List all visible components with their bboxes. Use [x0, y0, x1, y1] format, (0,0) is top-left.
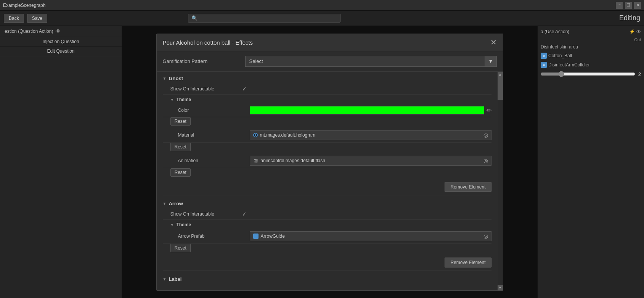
ghost-material-target-btn[interactable]: ◎ [483, 132, 488, 138]
ghost-remove-btn[interactable]: Remove Element [445, 182, 491, 192]
slider-value: 2 [638, 71, 641, 77]
gamification-label: Gamification Pattern [163, 58, 239, 64]
arrow-show-on-interactable-label: Show On Interactable [170, 211, 239, 217]
ghost-material-value: mt.mages.default.hologram ◎ [250, 130, 491, 140]
node-item-question[interactable]: estion (Question Action) 👁 [0, 26, 122, 37]
arrow-theme-header[interactable]: ▼ Theme [163, 220, 491, 229]
gamification-select-container: Select ▼ [245, 56, 497, 67]
effects-modal: Pour Alcohol on cotton ball - Effects ✕ … [156, 34, 503, 291]
ghost-color-label: Color [178, 108, 247, 113]
back-button[interactable]: Back [4, 14, 24, 23]
ghost-show-on-interactable-row: Show On Interactable ✓ [163, 84, 491, 95]
gamification-select-field[interactable]: Select [245, 56, 485, 67]
arrow-show-on-interactable-row: Show On Interactable ✓ [163, 209, 491, 220]
ghost-material-reset-btn[interactable]: Reset [170, 143, 191, 151]
ghost-animation-value: 🎬 animcontrol.mages.default.flash ◎ [250, 156, 491, 166]
out-label: Out [541, 37, 641, 43]
ghost-theme-header[interactable]: ▼ Theme [163, 95, 491, 104]
value-slider[interactable] [541, 71, 635, 77]
modal-close-button[interactable]: ✕ [490, 39, 497, 46]
ghost-animation-reset-btn[interactable]: Reset [170, 168, 191, 177]
ghost-color-picker-btn[interactable]: ✏ [487, 107, 491, 114]
ghost-animation-row: Animation 🎬 animcontrol.mages.default.fl… [163, 153, 491, 168]
search-bar: 🔍 [188, 14, 340, 23]
ghost-material-row: Material mt.mages.default.hologram ◎ [163, 128, 491, 143]
ghost-animation-target-btn[interactable]: ◎ [483, 158, 488, 164]
arrow-prefab-value: ArrowGuide ◎ [250, 231, 491, 241]
arrow-prefab-field: ArrowGuide ◎ [250, 231, 491, 241]
title-restore-btn[interactable]: ☐ [625, 2, 632, 9]
title-bar: ExampleScenegraph ⋯ ☐ ✕ [0, 0, 644, 11]
arrow-section-header[interactable]: ▼ Arrow [163, 197, 491, 209]
modal-scrollbar: ▲ ▼ [498, 72, 503, 290]
ghost-color-value: ✏ [250, 106, 491, 114]
save-button[interactable]: Save [27, 14, 47, 23]
gamification-row: Gamification Pattern Select ▼ [157, 51, 503, 72]
toolbar: Back Save 🔍 Editing [0, 11, 644, 26]
title-menu-btn[interactable]: ⋯ [616, 2, 623, 9]
right-item-arm-icon: ◈ [541, 62, 547, 68]
search-icon: 🔍 [191, 15, 198, 21]
slider-container: 2 [541, 69, 641, 79]
modal-content: ▼ Ghost Show On Interactable ✓ [157, 72, 498, 290]
label-section-header[interactable]: ▼ Label [163, 272, 491, 284]
right-item-disinfect-arm[interactable]: ◈ DisinfectArmColldier [541, 60, 641, 69]
ghost-check-icon: ✓ [242, 86, 247, 92]
bolt-icon-right: ⚡ [629, 29, 635, 34]
right-panel-title: a (Use Action) 👁 ⚡ [541, 29, 641, 34]
ghost-color-reset-btn[interactable]: Reset [170, 117, 191, 126]
ghost-material-field: mt.mages.default.hologram ◎ [250, 130, 491, 140]
modal-overlay: Pour Alcohol on cotton ball - Effects ✕ … [122, 26, 537, 298]
ghost-animation-text: animcontrol.mages.default.flash [261, 158, 325, 163]
search-input[interactable] [199, 16, 337, 21]
scrollbar-thumb[interactable] [498, 77, 503, 100]
edit-question-item[interactable]: Edit Question [0, 47, 122, 56]
arrow-section-name: Arrow [169, 201, 183, 206]
arrow-remove-btn[interactable]: Remove Element [445, 258, 491, 267]
scrollbar-down-btn[interactable]: ▼ [498, 285, 503, 290]
title-close-btn[interactable]: ✕ [634, 2, 641, 9]
arrow-theme-toggle-icon: ▼ [170, 223, 174, 227]
injection-question-item[interactable]: Injection Question [0, 37, 122, 47]
arrow-check-icon: ✓ [242, 211, 247, 217]
ghost-show-on-interactable-value: ✓ [242, 86, 491, 92]
ghost-show-on-interactable-label: Show On Interactable [170, 86, 239, 92]
ghost-section-name: Ghost [169, 76, 183, 81]
ghost-color-bar[interactable] [250, 106, 484, 114]
label-toggle-icon: ▼ [163, 277, 167, 281]
section-divider-1 [163, 195, 491, 195]
arrow-prefab-target-btn[interactable]: ◎ [483, 233, 488, 239]
ghost-animation-label: Animation [178, 158, 247, 163]
right-item-cotton-ball[interactable]: ◈ Cotton_Ball [541, 51, 641, 60]
ghost-toggle-icon: ▼ [163, 76, 167, 81]
scrollbar-up-btn[interactable]: ▲ [498, 72, 503, 77]
ghost-theme-toggle-icon: ▼ [170, 98, 174, 102]
modal-scroll-area: ▼ Ghost Show On Interactable ✓ [157, 72, 503, 290]
center-area: Pour Alcohol on cotton ball - Effects ✕ … [122, 26, 537, 298]
ghost-animation-anim-icon: 🎬 [253, 158, 259, 163]
app-title: ExampleScenegraph [3, 3, 45, 8]
modal-body: Gamification Pattern Select ▼ ▼ Ghos [157, 51, 503, 290]
main-area: estion (Question Action) 👁 Injection Que… [0, 26, 644, 298]
arrow-toggle-icon: ▼ [163, 201, 167, 206]
title-bar-controls: ⋯ ☐ ✕ [616, 2, 641, 9]
arrow-theme-label: Theme [176, 222, 191, 227]
scrollbar-track [498, 77, 503, 285]
right-panel: a (Use Action) 👁 ⚡ Out Disinfect skin ar… [537, 26, 644, 298]
eye-icon-right[interactable]: 👁 [636, 29, 641, 34]
ghost-section-header[interactable]: ▼ Ghost [163, 72, 491, 84]
arrow-prefab-label: Arrow Prefab [178, 234, 247, 239]
label-section-name: Label [169, 276, 181, 282]
right-item-disinfect[interactable]: Disinfect skin area [541, 43, 641, 51]
ghost-material-dot-icon [253, 133, 258, 137]
eye-icon[interactable]: 👁 [55, 28, 61, 34]
left-panel: estion (Question Action) 👁 Injection Que… [0, 26, 122, 298]
ghost-material-text: mt.mages.default.hologram [260, 132, 315, 138]
arrow-prefab-cube-icon [253, 234, 259, 239]
modal-title: Pour Alcohol on cotton ball - Effects [163, 39, 253, 46]
modal-header: Pour Alcohol on cotton ball - Effects ✕ [157, 34, 503, 51]
ghost-animation-field: 🎬 animcontrol.mages.default.flash ◎ [250, 156, 491, 166]
arrow-prefab-reset-btn[interactable]: Reset [170, 244, 191, 252]
gamification-select-arrow[interactable]: ▼ [485, 56, 496, 67]
right-item-cotton-icon: ◈ [541, 53, 547, 59]
